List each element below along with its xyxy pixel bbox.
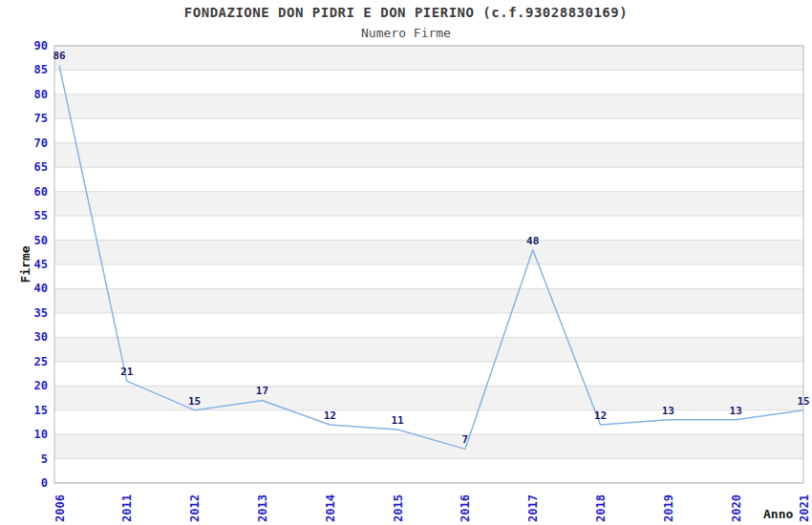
x-axis-tick-label: 2013 — [256, 494, 269, 522]
y-axis-tick-label: 55 — [34, 209, 48, 222]
grid-band — [54, 94, 803, 118]
y-axis-tick-label: 25 — [34, 355, 48, 368]
y-axis-tick-label: 5 — [41, 452, 48, 466]
data-point-label: 17 — [256, 385, 268, 397]
x-axis-tick-label: 2016 — [459, 494, 472, 522]
y-axis-tick-label: 80 — [34, 88, 48, 101]
y-axis-tick-label: 30 — [34, 330, 48, 344]
data-point-label: 15 — [188, 395, 201, 408]
data-point-label: 13 — [662, 405, 674, 417]
x-axis-tick-label: 2017 — [526, 494, 540, 522]
y-axis-tick-label: 15 — [34, 404, 48, 417]
x-axis-tick-label: 2019 — [662, 494, 675, 522]
x-axis-tick-label: 2015 — [392, 494, 405, 522]
grid-band — [54, 288, 803, 312]
grid-band — [54, 337, 803, 361]
y-axis-tick-label: 45 — [34, 258, 48, 271]
x-axis-tick-label: 2006 — [53, 494, 67, 522]
y-axis-tick-label: 50 — [34, 234, 48, 247]
y-axis-tick-label: 65 — [34, 160, 48, 174]
data-point-label: 12 — [594, 410, 607, 422]
x-axis-tick-label: 2018 — [594, 494, 608, 522]
line-chart: FONDAZIONE DON PIDRI E DON PIERINO (c.f.… — [0, 0, 812, 525]
y-axis-tick-label: 75 — [34, 112, 48, 125]
y-axis-tick-label: 10 — [34, 428, 48, 441]
y-axis-tick-label: 35 — [34, 306, 48, 320]
y-axis-tick-label: 70 — [34, 136, 48, 150]
data-point-label: 7 — [462, 433, 469, 446]
grid-band — [54, 192, 803, 216]
grid-band — [54, 241, 803, 264]
data-point-label: 12 — [324, 410, 336, 422]
data-point-label: 21 — [120, 366, 134, 378]
y-axis-tick-label: 60 — [34, 185, 48, 199]
y-axis-tick-label: 0 — [41, 476, 48, 490]
grid-band — [54, 143, 803, 167]
grid-band — [54, 46, 803, 70]
y-axis-tick-label: 40 — [34, 282, 48, 295]
data-point-label: 13 — [730, 405, 742, 417]
x-axis-tick-label: 2020 — [730, 494, 743, 522]
plot-area: 8621151712117481213131505101520253035404… — [0, 0, 812, 525]
x-axis-tick-label: 2012 — [188, 494, 202, 522]
x-axis-tick-label: 2014 — [324, 494, 337, 522]
x-axis-tick-label: 2011 — [120, 494, 134, 522]
y-axis-tick-label: 85 — [34, 63, 48, 76]
data-point-label: 11 — [391, 414, 404, 427]
y-axis-tick-label: 90 — [34, 39, 48, 52]
data-point-label: 15 — [797, 395, 809, 408]
y-axis-tick-label: 20 — [34, 379, 48, 392]
data-point-label: 48 — [526, 235, 539, 247]
data-point-label: 86 — [53, 50, 66, 62]
x-axis-tick-label: 2021 — [798, 494, 811, 522]
